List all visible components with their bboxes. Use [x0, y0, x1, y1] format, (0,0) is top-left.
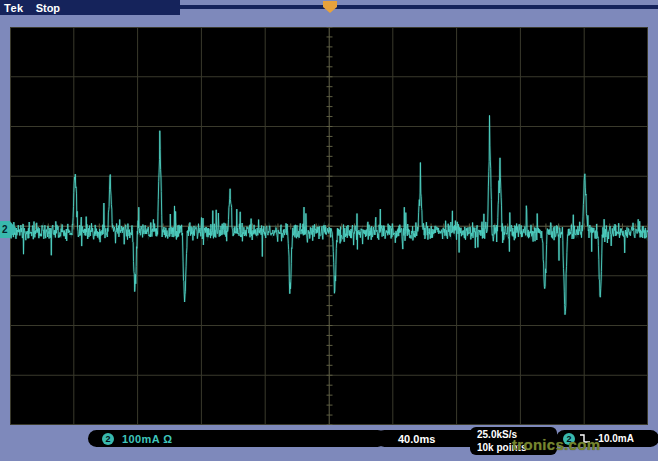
- trigger-level-value: -10.0mA: [595, 433, 634, 444]
- acquisition-status[interactable]: Stop: [36, 2, 60, 14]
- tek-logo: Tek: [4, 2, 24, 14]
- timebase-value: 40.0ms: [398, 433, 435, 445]
- watermark: tronics.com: [512, 436, 600, 453]
- graticule-and-trace: [10, 27, 648, 425]
- trigger-position-marker-icon[interactable]: [323, 1, 337, 13]
- channel2-badge: 2: [102, 433, 114, 445]
- ch2-scale-readout[interactable]: 2 100mA Ω: [88, 430, 386, 447]
- waveform-screen: [10, 27, 648, 425]
- channel2-ground-marker-label: 2: [2, 224, 8, 235]
- oscilloscope-display: Tek Stop 2 2 100mA Ω 40.0ms 25.0kS/s 10k…: [0, 0, 658, 461]
- top-bar: Tek Stop: [0, 0, 180, 15]
- top-divider-line: [176, 5, 658, 9]
- ch2-scale-value: 100mA Ω: [122, 433, 172, 445]
